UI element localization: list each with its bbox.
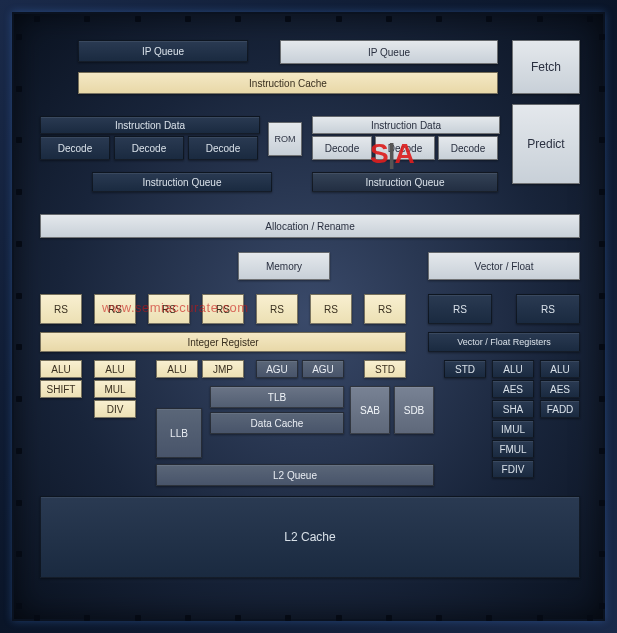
fetch-stage: Fetch (512, 40, 580, 94)
rs-mem-0: RS (256, 294, 298, 324)
predict-stage: Predict (512, 104, 580, 184)
ip-queue-right: IP Queue (280, 40, 498, 64)
watermark-s: S (370, 138, 388, 169)
decode-2: Decode (114, 136, 184, 160)
rs-mem-2: RS (364, 294, 406, 324)
rs-mem-1: RS (310, 294, 352, 324)
watermark-sep: | (388, 138, 395, 169)
vector-float-scheduler: Vector / Float (428, 252, 580, 280)
rs-vec-0: RS (428, 294, 492, 324)
data-cache: Data Cache (210, 412, 344, 434)
exec-shift: SHIFT (40, 380, 82, 398)
l2-cache: L2 Cache (40, 496, 580, 578)
l2-queue: L2 Queue (156, 464, 434, 486)
instruction-data-left: Instruction Data (40, 116, 260, 134)
rs-int-0: RS (40, 294, 82, 324)
rs-vec-1: RS (516, 294, 580, 324)
microcode-rom: ROM (268, 122, 302, 156)
vec-aes-1: AES (540, 380, 580, 398)
core-layout: IP Queue IP Queue Fetch Instruction Cach… (40, 40, 577, 593)
vec-alu-1: ALU (540, 360, 580, 378)
sdb: SDB (394, 386, 434, 434)
exec-agu-0: AGU (256, 360, 298, 378)
instruction-queue-left: Instruction Queue (92, 172, 272, 192)
watermark-logo: S|A (370, 138, 414, 170)
vec-fadd: FADD (540, 400, 580, 418)
instruction-data-right: Instruction Data (312, 116, 500, 134)
memory-scheduler: Memory (238, 252, 330, 280)
instruction-queue-right: Instruction Queue (312, 172, 498, 192)
exec-std-int: STD (364, 360, 406, 378)
instruction-cache: Instruction Cache (78, 72, 498, 94)
decode-1: Decode (40, 136, 110, 160)
sab: SAB (350, 386, 390, 434)
vector-float-registers: Vector / Float Registers (428, 332, 580, 352)
tlb: TLB (210, 386, 344, 408)
vec-std: STD (444, 360, 486, 378)
integer-register-file: Integer Register (40, 332, 406, 352)
vec-sha: SHA (492, 400, 534, 418)
decode-3: Decode (188, 136, 258, 160)
llb: LLB (156, 408, 202, 458)
watermark-a: A (395, 138, 414, 169)
vec-fdiv: FDIV (492, 460, 534, 478)
allocation-rename: Allocation / Rename (40, 214, 580, 238)
exec-jmp: JMP (202, 360, 244, 378)
vec-fmul: FMUL (492, 440, 534, 458)
exec-agu-1: AGU (302, 360, 344, 378)
exec-mul: MUL (94, 380, 136, 398)
exec-alu-0: ALU (40, 360, 82, 378)
exec-div: DIV (94, 400, 136, 418)
exec-alu-2: ALU (156, 360, 198, 378)
decode-4: Decode (312, 136, 372, 160)
ip-queue-left: IP Queue (78, 40, 248, 62)
vec-imul: IMUL (492, 420, 534, 438)
chip-die: IP Queue IP Queue Fetch Instruction Cach… (12, 12, 605, 621)
vec-alu-0: ALU (492, 360, 534, 378)
vec-aes-0: AES (492, 380, 534, 398)
exec-alu-1: ALU (94, 360, 136, 378)
watermark-url: www.semiaccurate.com (102, 300, 249, 315)
decode-6: Decode (438, 136, 498, 160)
